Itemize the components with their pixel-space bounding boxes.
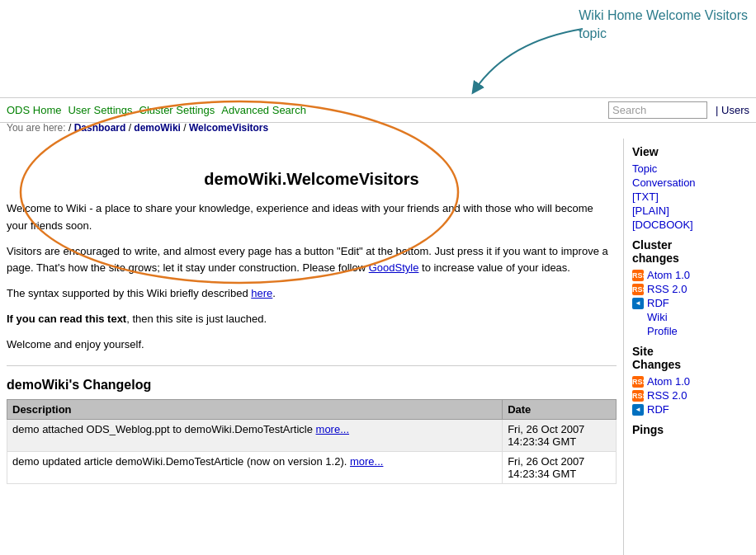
sidebar-cluster-profile[interactable]: Profile bbox=[632, 324, 748, 338]
intro-paragraph: Welcome to Wiki - a place to share your … bbox=[7, 200, 617, 235]
cluster-rss-link[interactable]: RSS 2.0 bbox=[647, 283, 687, 295]
site-atom-link[interactable]: Atom 1.0 bbox=[647, 375, 690, 388]
cluster-settings-link[interactable]: Cluster Settings bbox=[139, 104, 215, 116]
nav-bar: ODS Home User Settings Cluster Settings … bbox=[0, 97, 756, 123]
sidebar-txt[interactable]: [TXT] bbox=[632, 190, 748, 204]
site-rss-link[interactable]: RSS 2.0 bbox=[647, 389, 687, 402]
breadcrumb-welcomevisitors[interactable]: WelcomeVisitors bbox=[189, 122, 268, 134]
sidebar-plain[interactable]: [PLAIN] bbox=[632, 204, 748, 218]
sidebar-site-title: SiteChanges bbox=[632, 345, 748, 371]
atom-feed-icon: RSS bbox=[632, 270, 644, 281]
annotation-arrow bbox=[426, 25, 591, 99]
site-rdf-link[interactable]: RDF bbox=[647, 403, 669, 416]
read-text-paragraph: If you can read this text, then this sit… bbox=[7, 311, 617, 328]
sidebar: View Topic Conversation [TXT] [PLAIN] [D… bbox=[624, 139, 756, 555]
sidebar-site-rdf[interactable]: ◄ RDF bbox=[632, 402, 748, 416]
cluster-wiki-link[interactable]: Wiki bbox=[647, 311, 668, 323]
bold-text: If you can read this text bbox=[7, 313, 126, 325]
welcome-paragraph: Welcome and enjoy yourself. bbox=[7, 336, 617, 354]
syntax-paragraph: The syntax supported by this Wiki briefl… bbox=[7, 285, 617, 303]
site-atom-feed-icon: RSS bbox=[632, 376, 644, 388]
sidebar-view-title: View bbox=[632, 145, 748, 158]
page-title: demoWiki.WelcomeVisitors bbox=[7, 170, 617, 189]
nav-links: ODS Home User Settings Cluster Settings … bbox=[7, 104, 608, 116]
sidebar-cluster-rss[interactable]: RSS RSS 2.0 bbox=[632, 282, 748, 296]
content-area: demoWiki.WelcomeVisitors Welcome to Wiki… bbox=[0, 139, 624, 555]
sidebar-site-atom[interactable]: RSS Atom 1.0 bbox=[632, 374, 748, 388]
sidebar-cluster-atom[interactable]: RSS Atom 1.0 bbox=[632, 268, 748, 282]
row2-more-link[interactable]: more... bbox=[350, 455, 383, 468]
row2-desc: demo updated article demoWiki.DemoTestAr… bbox=[7, 451, 503, 483]
breadcrumb-prefix: You are here: bbox=[7, 122, 66, 134]
cluster-atom-link[interactable]: Atom 1.0 bbox=[647, 269, 690, 281]
rdf-icon: ◄ bbox=[632, 298, 644, 309]
goodstyle-link[interactable]: GoodStyle bbox=[369, 261, 419, 274]
sidebar-docbook[interactable]: [DOCBOOK] bbox=[632, 218, 748, 232]
changelog-table: Description Date demo attached ODS_Weblo… bbox=[7, 399, 617, 484]
site-rdf-icon: ◄ bbox=[632, 404, 644, 416]
col-description: Description bbox=[7, 399, 503, 419]
user-settings-link[interactable]: User Settings bbox=[68, 104, 132, 116]
content-divider bbox=[7, 365, 617, 366]
search-area: | Users bbox=[608, 101, 749, 119]
sidebar-cluster-title: Clusterchanges bbox=[632, 238, 748, 265]
table-row: demo updated article demoWiki.DemoTestAr… bbox=[7, 451, 617, 483]
breadcrumb: You are here: / Dashboard / demoWiki / W… bbox=[7, 122, 268, 134]
row1-desc: demo attached ODS_Weblog.ppt to demoWiki… bbox=[7, 419, 503, 451]
sidebar-cluster-rdf[interactable]: ◄ RDF bbox=[632, 296, 748, 310]
row2-date: Fri, 26 Oct 2007 14:23:34 GMT bbox=[503, 451, 617, 483]
search-input[interactable] bbox=[608, 101, 707, 119]
main-container: demoWiki.WelcomeVisitors Welcome to Wiki… bbox=[0, 139, 756, 555]
row1-more-link[interactable]: more... bbox=[316, 423, 349, 435]
sidebar-cluster-wiki[interactable]: Wiki bbox=[632, 310, 748, 324]
ods-home-link[interactable]: ODS Home bbox=[7, 104, 61, 116]
here-link[interactable]: here bbox=[251, 287, 272, 299]
advanced-search-link[interactable]: Advanced Search bbox=[221, 104, 306, 116]
sidebar-conversation[interactable]: Conversation bbox=[632, 176, 748, 190]
sidebar-pings-title: Pings bbox=[632, 423, 748, 436]
cluster-profile-link[interactable]: Profile bbox=[647, 325, 678, 337]
site-rss-feed-icon: RSS bbox=[632, 390, 644, 402]
users-link[interactable]: | Users bbox=[716, 104, 749, 116]
breadcrumb-demowiki[interactable]: demoWiki bbox=[134, 122, 181, 134]
table-row: demo attached ODS_Weblog.ppt to demoWiki… bbox=[7, 419, 617, 451]
rss-feed-icon: RSS bbox=[632, 284, 644, 295]
annotation-text: Wiki Home Welcome Visitors bbox=[579, 8, 748, 22]
changelog-title: demoWiki's Changelog bbox=[7, 378, 617, 393]
annotation-box: Wiki Home Welcome Visitors topic bbox=[579, 7, 748, 44]
row1-date: Fri, 26 Oct 2007 14:23:34 GMT bbox=[503, 419, 617, 451]
col-date: Date bbox=[503, 399, 617, 419]
sidebar-topic[interactable]: Topic bbox=[632, 162, 748, 176]
sidebar-site-rss[interactable]: RSS RSS 2.0 bbox=[632, 388, 748, 402]
visitors-paragraph: Visitors are encouraged to write, and al… bbox=[7, 243, 617, 278]
cluster-rdf-link[interactable]: RDF bbox=[647, 297, 669, 309]
breadcrumb-dashboard[interactable]: Dashboard bbox=[74, 122, 126, 134]
